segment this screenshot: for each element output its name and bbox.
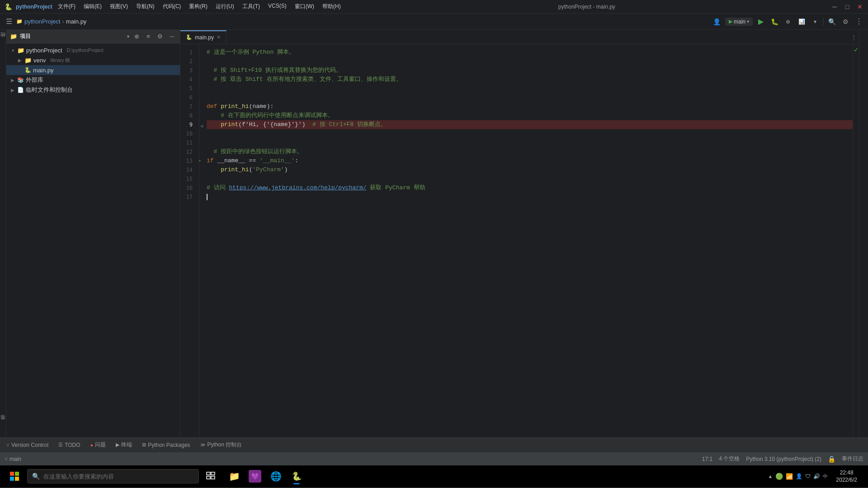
menu-window[interactable]: 窗口(W)	[293, 2, 316, 11]
taskbar-app-file-explorer[interactable]: 📁	[224, 466, 244, 486]
tab-file-icon: 🐍	[186, 34, 192, 40]
taskbar-task-view[interactable]	[201, 466, 221, 486]
run-arrow-icon: ▶	[199, 156, 201, 165]
system-clock[interactable]: 22:48 2022/6/2	[833, 468, 860, 484]
menu-view[interactable]: 视图(V)	[108, 2, 130, 11]
breadcrumb-separator: ›	[62, 18, 64, 25]
code-content[interactable]: # 这是一个示例 Python 脚本。 # 按 Shift+F10 执行或将其替…	[199, 44, 853, 437]
indent-status[interactable]: 4 个空格	[719, 455, 740, 463]
tree-item-mainpy[interactable]: 🐍 main.py	[6, 65, 180, 75]
python-interpreter[interactable]: Python 3.10 (pythonProject) (2)	[746, 456, 821, 462]
menu-edit[interactable]: 编辑(E)	[82, 2, 104, 11]
btab-terminal[interactable]: ▶ 终端	[111, 439, 137, 451]
search-input[interactable]	[43, 473, 194, 480]
btab-version-control[interactable]: ⑂ Version Control	[2, 439, 53, 451]
app-logo: 🐍	[5, 3, 12, 10]
external-libs-name: 外部库	[26, 76, 43, 84]
taskbar-app-visual-studio[interactable]: 💜	[245, 466, 265, 486]
btab-problems[interactable]: ● 问题	[86, 439, 111, 451]
menu-tools[interactable]: 工具(T)	[241, 2, 262, 11]
maximize-button[interactable]: □	[844, 3, 851, 10]
more-button[interactable]: ⋮	[854, 16, 864, 27]
tab-mainpy[interactable]: 🐍 main.py ✕	[180, 30, 226, 44]
sidebar-structure-icon[interactable]: 结构	[0, 30, 6, 52]
debug-button[interactable]: 🐛	[769, 16, 780, 27]
btab-todo-label: TODO	[65, 442, 80, 448]
arrow-root: ▾	[10, 48, 15, 53]
menu-refactor[interactable]: 重构(R)	[187, 2, 209, 11]
panel-toolbar: 📁 项目 ▾ ⊕ ≡ ⚙ ─	[6, 30, 180, 43]
tray-shield-icon[interactable]: 🛡	[805, 473, 811, 479]
minimize-button[interactable]: ─	[831, 3, 838, 10]
start-button[interactable]	[4, 465, 25, 487]
btab-python-packages[interactable]: ⊞ Python Packages	[137, 439, 194, 451]
more-run-options[interactable]: ▾	[810, 16, 821, 27]
btab-python-console[interactable]: ≫ Python 控制台	[196, 439, 247, 451]
code-editor: 1 2 3 4 5 6 7 8 9 10 11 12 13 14 15 16 1…	[180, 44, 859, 437]
tray-person-icon[interactable]: 👤	[796, 473, 802, 479]
search-button[interactable]: 🔍	[826, 16, 837, 27]
tree-item-root[interactable]: ▾ 📁 pythonProject D:\pythonProject	[6, 45, 180, 55]
code-line-1: # 这是一个示例 Python 脚本。	[207, 48, 853, 57]
menu-bar: 文件(F) 编辑(E) 视图(V) 导航(N) 代码(C) 重构(R) 运行(U…	[56, 2, 343, 11]
task-view-icon	[204, 470, 217, 483]
coverage-button[interactable]: ⊕	[783, 16, 793, 27]
taskbar-right: ▲ 🟢 📶 👤 🛡 🔊 中 22:48 2022/6/2	[768, 467, 864, 485]
menu-run[interactable]: 运行(U)	[214, 2, 236, 11]
svg-rect-2	[10, 477, 14, 481]
code-line-11	[207, 138, 853, 147]
event-log[interactable]: 事件日志	[842, 455, 863, 463]
panel-dropdown[interactable]: ▾	[127, 34, 129, 39]
tree-item-venv[interactable]: ▶ 📁 venv library 根	[6, 55, 180, 65]
svg-rect-0	[10, 472, 14, 476]
taskbar-search[interactable]: 🔍	[27, 469, 199, 483]
sidebar-bookmarks-icon[interactable]: 书签	[0, 410, 6, 437]
run-config[interactable]: ▶ main ▾	[725, 18, 753, 26]
taskbar-app-pycharm[interactable]: 🐍	[287, 466, 307, 486]
todo-icon: ☰	[58, 442, 63, 448]
git-status[interactable]: ⑂ main	[5, 456, 21, 462]
run-button[interactable]: ▶	[755, 16, 766, 27]
svg-rect-4	[207, 472, 210, 475]
cursor-position[interactable]: 17:1	[702, 456, 712, 462]
cursor	[207, 194, 208, 200]
breadcrumb-file[interactable]: main.py	[66, 18, 87, 25]
tree-item-scratch[interactable]: ▶ 📄 临时文件和控制台	[6, 85, 180, 95]
menu-help[interactable]: 帮助(H)	[321, 2, 343, 11]
indent-label: 4 个空格	[719, 455, 740, 463]
close-button[interactable]: ✕	[856, 3, 863, 10]
settings-button[interactable]: ⚙	[840, 16, 851, 27]
user-icon[interactable]: 👤	[712, 16, 722, 27]
code-line-3: # 按 Shift+F10 执行或将其替换为您的代码。	[207, 66, 853, 75]
panel-hide[interactable]: ─	[167, 32, 176, 41]
file-encoding[interactable]: 🔒	[828, 455, 835, 463]
tab-close-button[interactable]: ✕	[217, 34, 221, 40]
tray-wifi-icon[interactable]: 📶	[786, 473, 793, 480]
btab-todo[interactable]: ☰ TODO	[54, 439, 85, 451]
tray-battery-icon[interactable]: 中	[823, 473, 828, 480]
project-breadcrumb-name[interactable]: pythonProject	[16, 4, 52, 10]
menu-navigate[interactable]: 导航(N)	[134, 2, 156, 11]
version-control-icon: ⑂	[6, 442, 9, 448]
breadcrumb-project[interactable]: pythonProject	[24, 18, 61, 25]
project-icon: 📁	[16, 19, 23, 24]
tree-item-external-libs[interactable]: ▶ 📚 外部库	[6, 75, 180, 85]
tray-arrow[interactable]: ▲	[768, 474, 773, 479]
menu-code[interactable]: 代码(C)	[161, 2, 183, 11]
panel-locate-file[interactable]: ⊕	[132, 32, 141, 41]
help-link[interactable]: https://www.jetbrains.com/help/pycharm/	[229, 183, 366, 192]
tray-speaker-icon[interactable]: 🔊	[813, 473, 820, 479]
panel-collapse-all[interactable]: ≡	[144, 32, 153, 41]
taskbar-app-edge[interactable]: 🌐	[266, 466, 286, 486]
menu-vcs[interactable]: VCS(S)	[266, 2, 288, 11]
toggle-left-panel[interactable]: ☰	[4, 16, 14, 27]
folder-icon-venv: 📁	[24, 57, 32, 64]
nav-right-actions: 👤 ▶ main ▾ ▶ 🐛 ⊕ 📊 ▾ 🔍 ⚙ ⋮	[712, 16, 864, 27]
line-numbers: 1 2 3 4 5 6 7 8 9 10 11 12 13 14 15 16 1…	[180, 44, 199, 437]
profile-button[interactable]: 📊	[796, 16, 807, 27]
show-desktop-button[interactable]	[862, 467, 864, 485]
more-tabs-button[interactable]: ⋮	[848, 30, 859, 44]
right-gutter: ✓	[853, 44, 859, 437]
menu-file[interactable]: 文件(F)	[56, 2, 77, 11]
panel-settings[interactable]: ⚙	[156, 32, 165, 41]
